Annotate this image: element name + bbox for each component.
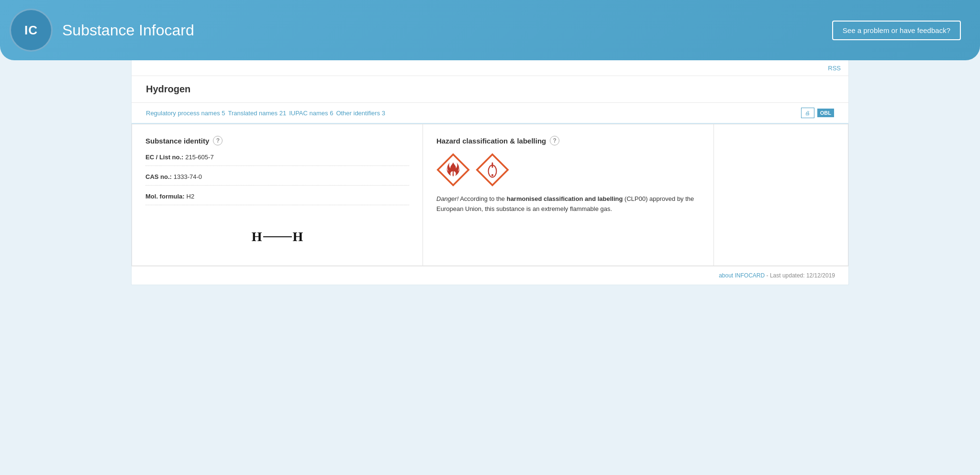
identity-help-icon[interactable]: ?: [213, 136, 223, 145]
rss-bar: RSS: [132, 60, 848, 76]
hazard-bold-text: harmonised classification and labelling: [507, 195, 623, 202]
svg-point-6: [491, 174, 493, 176]
identity-section-title: Substance identity ?: [145, 136, 409, 145]
compressed-gas-pictogram: [476, 153, 509, 187]
ec-list-value: 215-605-7: [185, 154, 213, 161]
chemical-bond: [263, 236, 292, 237]
logo-circle: IC: [10, 9, 53, 52]
hazard-description: Danger! According to the harmonised clas…: [436, 194, 700, 214]
flame-pictogram: [436, 153, 470, 187]
page-header: IC Substance Infocard See a problem or h…: [0, 0, 980, 60]
page-title: Substance Infocard: [62, 22, 194, 39]
last-updated-text: Last updated: 12/12/2019: [770, 272, 835, 279]
mol-formula-field: Mol. formula: H2: [145, 192, 409, 205]
cas-value: 1333-74-0: [174, 173, 202, 180]
nav-tab-translated[interactable]: Translated names 21: [228, 109, 286, 118]
nav-tabs: Regulatory process names 5 Translated na…: [132, 103, 848, 124]
print-button[interactable]: 🖨: [801, 108, 814, 118]
nav-tab-iupac[interactable]: IUPAC names 6: [289, 109, 333, 118]
nav-tab-other-identifiers[interactable]: Other identifiers 3: [336, 109, 385, 118]
cas-label: CAS no.:: [145, 173, 172, 180]
hazard-section-title: Hazard classification & labelling ?: [436, 136, 700, 145]
substance-identity-cell: Substance identity ? EC / List no.: 215-…: [132, 124, 423, 265]
hazard-danger-word: Danger!: [436, 195, 458, 202]
nav-tabs-left: Regulatory process names 5 Translated na…: [146, 109, 385, 118]
feedback-button[interactable]: See a problem or have feedback?: [832, 21, 961, 40]
h-atom-right: H: [293, 229, 303, 244]
rss-link[interactable]: RSS: [828, 65, 841, 72]
nav-tabs-right: 🖨 OBL: [801, 108, 834, 118]
hazard-pictograms: [436, 153, 700, 187]
ec-list-label: EC / List no.:: [145, 154, 183, 161]
substance-name: Hydrogen: [132, 76, 848, 103]
nav-tab-regulatory[interactable]: Regulatory process names 5: [146, 109, 225, 118]
about-infocard-link[interactable]: about INFOCARD: [719, 272, 765, 279]
hazard-cell: Hazard classification & labelling ?: [423, 124, 714, 265]
right-cell: [714, 124, 848, 265]
card-footer: about INFOCARD - Last updated: 12/12/201…: [132, 266, 848, 285]
mol-formula-label: Mol. formula:: [145, 193, 185, 200]
cas-field: CAS no.: 1333-74-0: [145, 173, 409, 186]
print-icon: 🖨: [805, 110, 810, 116]
h-atom-left: H: [252, 229, 262, 244]
main-content: RSS Hydrogen Regulatory process names 5 …: [131, 60, 849, 285]
ec-list-field: EC / List no.: 215-605-7: [145, 153, 409, 166]
mol-formula-value: H2: [187, 193, 195, 200]
molecular-structure: H H: [145, 220, 409, 254]
obl-button[interactable]: OBL: [817, 109, 834, 117]
h2-molecule-diagram: H H: [252, 229, 303, 244]
content-grid: Substance identity ? EC / List no.: 215-…: [132, 124, 848, 266]
hazard-help-icon[interactable]: ?: [550, 136, 559, 145]
header-left: IC Substance Infocard: [10, 9, 194, 52]
